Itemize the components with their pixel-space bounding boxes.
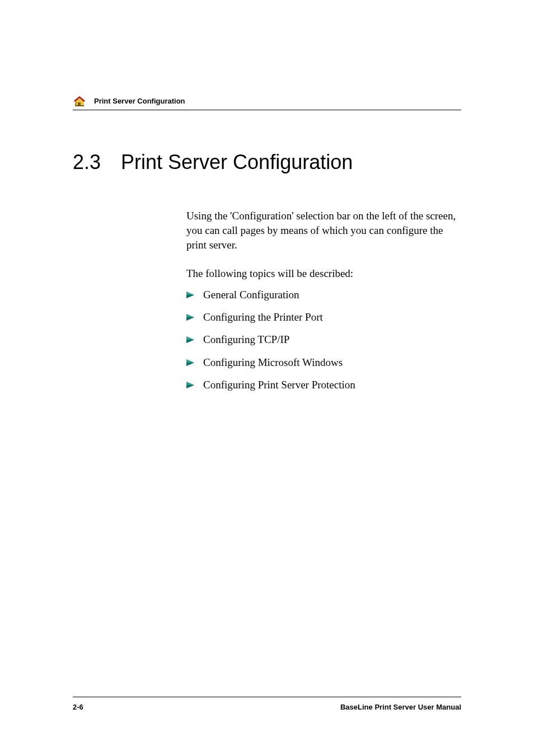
bullet-arrow-icon [186, 336, 194, 343]
topics-intro: The following topics will be described: [186, 266, 461, 281]
svg-marker-3 [78, 102, 81, 106]
list-item: Configuring TCP/IP [186, 332, 461, 347]
list-item: Configuring the Printer Port [186, 310, 461, 325]
list-item-label: General Configuration [203, 288, 299, 302]
bullet-arrow-icon [186, 382, 194, 388]
bullet-arrow-icon [186, 314, 194, 321]
svg-marker-9 [186, 340, 194, 343]
page-header: Print Server Configuration [73, 95, 461, 110]
home-icon[interactable] [73, 95, 86, 106]
list-item: Configuring Microsoft Windows [186, 355, 461, 370]
topic-list: General Configuration Configuring the Pr… [186, 288, 461, 392]
svg-marker-11 [186, 363, 194, 366]
svg-marker-5 [186, 295, 194, 298]
svg-marker-13 [186, 385, 194, 388]
bullet-arrow-icon [186, 292, 194, 298]
section-heading: 2.3 Print Server Configuration [73, 151, 461, 174]
section-number: 2.3 [73, 151, 101, 174]
page-footer: 2-6 BaseLine Print Server User Manual [73, 697, 461, 711]
header-title: Print Server Configuration [94, 97, 185, 105]
list-item-label: Configuring Print Server Protection [203, 378, 355, 392]
intro-paragraph: Using the 'Configuration' selection bar … [186, 209, 461, 253]
list-item: General Configuration [186, 288, 461, 302]
body-content: Using the 'Configuration' selection bar … [186, 209, 461, 392]
list-item-label: Configuring Microsoft Windows [203, 355, 343, 370]
list-item-label: Configuring the Printer Port [203, 310, 323, 325]
page-number: 2-6 [73, 703, 83, 711]
bullet-arrow-icon [186, 359, 194, 366]
section-title: Print Server Configuration [121, 151, 353, 174]
manual-title: BaseLine Print Server User Manual [340, 703, 461, 711]
list-item: Configuring Print Server Protection [186, 378, 461, 392]
list-item-label: Configuring TCP/IP [203, 332, 289, 347]
svg-marker-7 [186, 317, 194, 321]
